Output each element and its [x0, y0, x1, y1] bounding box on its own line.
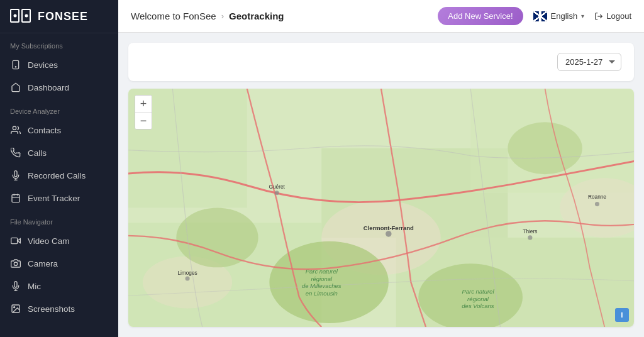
- sidebar-item-mic-label: Mic: [28, 282, 41, 291]
- sidebar-item-dashboard[interactable]: Dashboard: [0, 76, 118, 99]
- zoom-in-button[interactable]: +: [135, 96, 152, 112]
- recorded-calls-icon: [10, 170, 21, 181]
- sidebar-item-contacts-label: Contacts: [28, 126, 61, 135]
- svg-marker-7: [18, 239, 21, 243]
- svg-point-25: [508, 122, 582, 174]
- sidebar-item-mic[interactable]: Mic: [0, 275, 118, 297]
- dashboard-icon: [10, 82, 21, 93]
- sidebar-item-screenshots-label: Screenshots: [28, 304, 75, 314]
- svg-point-29: [275, 191, 279, 195]
- event-tracker-icon: [10, 192, 21, 204]
- svg-text:régional: régional: [467, 296, 489, 302]
- svg-text:Thiers: Thiers: [523, 228, 537, 235]
- video-cam-icon: [10, 235, 21, 246]
- date-select[interactable]: 2025-1-27: [557, 53, 621, 71]
- screenshots-icon: [10, 303, 21, 314]
- svg-text:régional: régional: [311, 275, 333, 282]
- chevron-down-icon: ▾: [581, 13, 584, 19]
- logo: FONSEE: [0, 0, 118, 33]
- svg-point-26: [386, 231, 391, 236]
- svg-rect-3: [12, 195, 19, 202]
- map-zoom-controls: + −: [135, 95, 152, 130]
- svg-point-28: [595, 202, 599, 206]
- main-content: Welcome to FonSee › Geotracking Add New …: [118, 0, 644, 337]
- svg-point-24: [176, 208, 258, 268]
- svg-rect-8: [11, 238, 18, 243]
- section-label-analyzer: Device Analyzer: [0, 99, 118, 119]
- svg-text:Limoges: Limoges: [177, 270, 197, 276]
- svg-text:Guéret: Guéret: [269, 184, 286, 190]
- sidebar-item-devices[interactable]: Devices: [0, 53, 118, 76]
- breadcrumb-home: Welcome to FonSee: [131, 11, 216, 21]
- sidebar-item-devices-label: Devices: [28, 60, 58, 70]
- sidebar-item-camera[interactable]: Camera: [0, 252, 118, 275]
- add-service-button[interactable]: Add New Service!: [438, 7, 523, 25]
- svg-text:Parc naturel: Parc naturel: [462, 288, 494, 295]
- page-content: 2025-1-27: [118, 33, 644, 337]
- section-label-subscriptions: My Subscriptions: [0, 33, 118, 53]
- flag-icon: [533, 11, 547, 21]
- svg-text:de Millevaches: de Millevaches: [302, 282, 341, 289]
- sidebar-item-recorded-calls[interactable]: Recorded Calls: [0, 164, 118, 187]
- map-container: Parc naturel régional de Millevaches en …: [128, 89, 634, 327]
- logo-icon: [10, 9, 33, 24]
- svg-text:en Limousin: en Limousin: [306, 290, 338, 297]
- mic-icon: [10, 280, 21, 292]
- sidebar-item-recorded-calls-label: Recorded Calls: [28, 171, 86, 180]
- sidebar-item-screenshots[interactable]: Screenshots: [0, 297, 118, 320]
- sidebar-item-calls-label: Calls: [28, 148, 47, 158]
- svg-text:Roanne: Roanne: [588, 194, 606, 200]
- svg-point-9: [14, 262, 17, 265]
- language-label: English: [551, 11, 578, 21]
- logo-square-left: [10, 9, 19, 23]
- camera-icon: [10, 258, 21, 269]
- map-info-button[interactable]: i: [615, 308, 629, 322]
- svg-text:Parc naturel: Parc naturel: [306, 268, 338, 275]
- sidebar-item-event-tracker-label: Event Tracker: [28, 194, 80, 203]
- section-label-navigator: File Navigator: [0, 209, 118, 229]
- sidebar-item-event-tracker[interactable]: Event Tracker: [0, 187, 118, 209]
- map-card: Parc naturel régional de Millevaches en …: [128, 89, 634, 327]
- breadcrumb-separator: ›: [221, 11, 224, 21]
- map-svg: Parc naturel régional de Millevaches en …: [128, 89, 634, 327]
- breadcrumb-current: Geotracking: [229, 11, 284, 21]
- calls-icon: [10, 147, 21, 158]
- sidebar: FONSEE My Subscriptions Devices Dashboar…: [0, 0, 118, 337]
- svg-point-1: [15, 67, 16, 67]
- svg-point-11: [14, 307, 15, 308]
- svg-text:Clermont-Ferrand: Clermont-Ferrand: [364, 224, 414, 231]
- sidebar-item-dashboard-label: Dashboard: [28, 83, 69, 92]
- contacts-icon: [10, 124, 21, 136]
- logo-text: FONSEE: [38, 10, 88, 23]
- sidebar-item-video-cam-label: Video Cam: [28, 236, 70, 246]
- header-actions: Add New Service! English ▾ Logout: [438, 7, 631, 25]
- sidebar-item-calls[interactable]: Calls: [0, 141, 118, 164]
- sidebar-item-contacts[interactable]: Contacts: [0, 119, 118, 141]
- zoom-out-button[interactable]: −: [135, 113, 152, 129]
- logo-square-right: [21, 9, 31, 23]
- svg-text:des Volcans: des Volcans: [462, 302, 494, 309]
- devices-icon: [10, 59, 21, 70]
- header: Welcome to FonSee › Geotracking Add New …: [118, 0, 644, 33]
- sidebar-item-video-cam[interactable]: Video Cam: [0, 229, 118, 252]
- date-card: 2025-1-27: [128, 43, 634, 81]
- breadcrumb: Welcome to FonSee › Geotracking: [131, 11, 284, 21]
- language-selector[interactable]: English ▾: [533, 11, 585, 21]
- sidebar-item-camera-label: Camera: [28, 259, 58, 268]
- svg-point-27: [186, 276, 190, 280]
- logout-icon: [594, 12, 603, 21]
- svg-point-2: [13, 126, 16, 130]
- logout-button[interactable]: Logout: [594, 11, 631, 21]
- svg-point-30: [528, 235, 532, 240]
- logout-label: Logout: [606, 11, 631, 21]
